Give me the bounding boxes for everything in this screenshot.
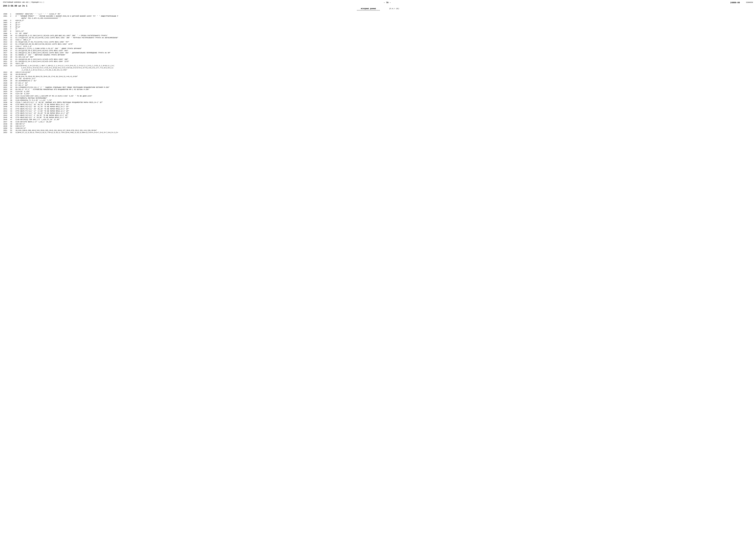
row-id1: 2649 [3,125,10,127]
table-row: 261213Е1-56(Д3=130,47-56,7#)(А4=56,7)#11… [3,41,753,43]
row-id2: 46 [10,116,15,119]
table-row: 263334С124=29' 0,136* [3,91,753,93]
row-content: Д2-6* [15,22,753,24]
row-id2: 8 [10,30,15,32]
row-content: Х0,06,8+0,76,35+0,65,50+0,55,29+0,26,17+… [15,75,753,78]
row-content: Е1-194(Д3=10,06-3,12#)(А4=3,12)#25-1#ТО … [15,58,753,60]
row-id1: 2608 [3,32,10,35]
row-id1: 2603 [3,22,10,24]
row-content: СТТО ЖЕ#П;74(=11)' 4' 20,70' ТО ЖЕ МАРКИ… [15,114,753,116]
table-row: 263738С140-8566#ССЦ Т1 П;4-20' 1,1,01' 7… [3,99,753,101]
row-id1: 2642 [3,110,10,112]
row-id2: 13 [10,41,15,43]
row-content: Ч34=1,44* [15,30,753,32]
row-content: Р1' М3' 3550* [15,32,753,35]
row-id2: 20 [10,56,15,58]
row-id1: 2614 [3,45,10,47]
row-id1: 2610 [3,37,10,39]
row-content: С310-1' 300;1,2* [15,39,753,41]
row-id2: 2 [10,15,15,19]
ishodnye-section: ИСХОДНЫЕ ДАННЫЕ ==================== (П.… [3,8,753,12]
row-id1: 2636 [3,97,10,99]
table-row: 264546СТТО ЖЕ#П;68(=11)' 9' 29,90' ТО ЖЕ… [3,116,753,119]
row-id2: 30 [10,82,15,84]
row-id2: 48 [10,121,15,123]
table-row: 262223Ч34=1,29* [3,63,753,65]
row-id2: 5 [10,24,15,26]
table-row: 263031Е7-3#1-3' 03* [3,84,753,86]
table-row: 262829Е8-10(РН0566)#3-1' 01* [3,80,753,82]
row-id2: 47 [10,119,15,121]
row-content: СТТО ЖЕ#П;77(=11)' 17' 17,50' ТО ЖЕ МАРК… [15,110,753,112]
table-row: 261011Е1-174(Д3=137,39-56,1#)(А4=56,1)#2… [3,37,753,39]
row-content: 0' ' ТИПОВОЙ ПРОЕКТ' ' ' КРЫТЫЙ БАССЕЙН … [15,15,753,19]
page-number: - 70 - [384,2,391,4]
row-id1: 2652 [3,131,10,134]
row-content: Д2-С* [15,24,753,26]
ishodnye-label: ИСХОДНЫЕ ДАННЫЕ [357,8,380,10]
row-content: С310-1' 2275,1,8* [15,45,753,47]
row-id1: 2645 [3,116,10,119]
row-id2: 27 [10,75,15,78]
row-id2: 17 [10,50,15,52]
row-content: Е7-3#1-3' 03* [15,84,753,86]
table-row: 264849Х66+40==1* [3,123,753,125]
table-row: 262627Х0,06,8+0,76,35+0,65,50+0,55,29+0,… [3,75,753,78]
row-id2: 24 [10,65,15,71]
row-content: СТТО ЖЕ#П;70(=11)' 35' 50,70' ТО ЖЕ МАРК… [15,103,753,106]
row-id1: 2611 [3,39,10,41]
table-row: 264041СТТО ЖЕ#П;73(=11)' 50' 41,70' ТО Ж… [3,106,753,108]
row-id1: 2626 [3,75,10,78]
row-content: Е1-260(Д3=11,60-3,90#)(А4=3,90)#31-13#ТО… [15,52,753,54]
row-content: Р2' М3' 01+04+57,2+1* [15,78,753,80]
table-row: 262122Е1-195(Д3=12,34-3,81#)(А4=3,81)#25… [3,60,753,63]
row-id2: 32 [10,86,15,88]
row-content: Е6-1(РН0055)(Р1)53;)#1-1' 1' ' ЗАДЕЛКА О… [15,86,753,88]
table-row: 263435С124-30' 0,163* [3,93,753,95]
table-row: 261112С310-1' 300;1,2* [3,39,753,41]
row-id1: 2640 [3,106,10,108]
table-row: 26078Ч34=1,44* [3,30,753,32]
row-id2: 39 [10,101,15,103]
table-row: 262324Х((9+10+0+8),1,6+(12+10),1,40+7,1,… [3,65,753,71]
row-content: С140-8071#ТО ЖЕ#П;1-17' 1,02,1' 20,20* [15,121,753,123]
table-row: 26067Л* [3,28,753,30]
table-row: 264445СТТО ЖЕ#П;74(=11)' 4' 20,70' ТО ЖЕ… [3,114,753,116]
row-content: П2#СТОИМОСТЬ МЕСТНЫХ МАТЕРИАЛОВ#* [15,97,753,99]
doc-title: 294-3-56.90 ал 3ч 1 [3,5,27,7]
row-content: Х66+40==1* [15,123,753,125]
row-id1: 2627 [3,78,10,80]
row-id1: 2619 [3,56,10,58]
row-id1: 2606 [3,28,10,30]
row-content: Н10=16,5* [15,19,753,22]
row-id2: 45 [10,114,15,116]
row-id1: 2651 [3,129,10,131]
table-row: 261819Е1-960#81-2' 292' ' ОБРАТНАЯ ЗАСЫП… [3,54,753,56]
row-id1: 2601 [3,15,10,19]
row-id1: 2641 [3,108,10,110]
table-row: 264748С140-8071#ТО ЖЕ#П;1-17' 1,02,1' 20… [3,121,753,123]
separator: ==================== [357,10,380,12]
row-id1: 2624 [3,71,10,73]
table-row: 261718Е1-260(Д3=11,60-3,90#)(А4=3,90)#31… [3,52,753,54]
row-content: Е1-960(А5;1,2)(Р1,1,2)#В0-2#ТЕХ.Ч.П3,67'… [15,47,753,50]
header-center: - 70 - [384,2,391,4]
table-row: 26023Н10=16,5* [3,19,753,22]
row-id2: 52 [10,129,15,131]
row-id1: 2630 [3,84,10,86]
table-row: 262728Р2' М3' 01+04+57,2+1* [3,78,753,80]
row-id2: 25 [10,71,15,73]
header-top: ПРОГРАММНЫЙ КОМПЛЕКС АВС-3ЕС ( РЕДАКЦИЯ … [3,2,753,4]
table-row: 263940СТТО ЖЕ#П;70(=11)' 35' 50,70' ТО Ж… [3,103,753,106]
row-id2: 33 [10,88,15,91]
row-content: Е1-175(Д3=164,09-66,90#)(А4=66,90)#22-14… [15,43,753,45]
table-row: 261617Е1-257(Д3=20,30-6,82#)(А4=6,82)#31… [3,50,753,52]
row-id2: 50 [10,125,15,127]
row-id1: 2638 [3,101,10,103]
doc-series: 3399650 [746,2,753,4]
row-id1: 2647 [3,121,10,123]
table-row: 263132Е6-1(РН0055)(Р1)53;)#1-1' 1' ' ЗАД… [3,86,753,88]
row-content: СТТО ЖЕ#П;68(=11)' 9' 29,90' ТО ЖЕ МАРКИ… [15,116,753,119]
row-id1: 2629 [3,82,10,84]
row-id2: 21 [10,58,15,60]
